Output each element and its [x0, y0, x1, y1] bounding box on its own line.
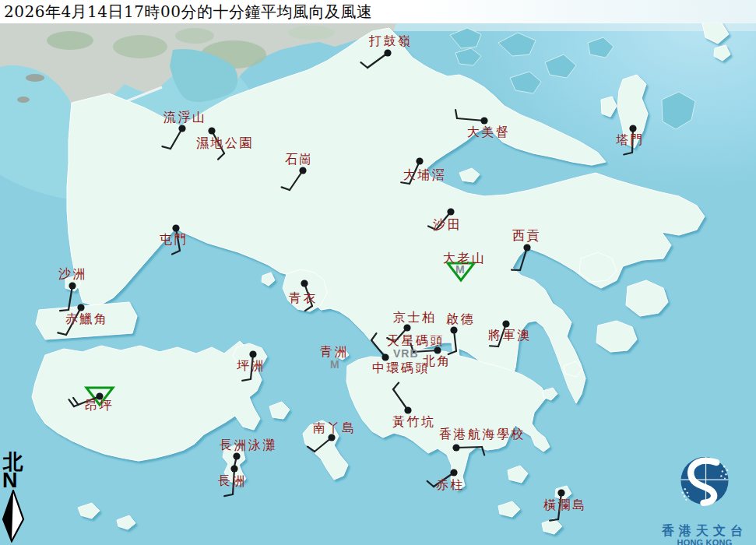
station-label: 打鼓嶺: [369, 35, 413, 48]
station-label: 天星碼頭: [387, 335, 445, 348]
station-label: 大美督: [467, 126, 511, 139]
station-label: 啟德: [446, 313, 475, 326]
north-arrow-icon: [2, 490, 26, 543]
station-label: 大埔滘: [403, 169, 447, 182]
station-label: 香港航海學校: [439, 428, 526, 441]
station-label: 南丫島: [313, 422, 357, 435]
north-compass: 北 N: [2, 452, 33, 545]
station-label: 坪洲: [237, 360, 265, 373]
station-label: 黃竹坑: [392, 416, 436, 429]
hko-logo: 香港天文台 HONG KONG OBSERVATORY: [654, 455, 755, 545]
station-label: 石崗: [285, 153, 314, 167]
station-label: 長洲: [218, 475, 247, 488]
station-label: 流浮山: [164, 111, 207, 125]
station-label: 濕地公園: [196, 137, 254, 150]
station-label: 屯門: [160, 234, 188, 247]
station-label: 青衣: [289, 292, 318, 305]
station-label: 赤柱: [436, 479, 465, 492]
station-label: 沙田: [433, 219, 462, 232]
station-label: 赤鱲角: [65, 313, 109, 326]
hko-name-en: HONG KONG OBSERVATORY: [654, 538, 755, 545]
station-label: 大老山: [443, 252, 487, 265]
map-title: 2026年4月14日17時00分的十分鐘平均風向及風速: [0, 0, 756, 23]
station-label: 中環碼頭: [372, 362, 430, 375]
station-label: 西貢: [512, 230, 541, 243]
station-label: 橫瀾島: [543, 499, 587, 512]
hong-kong-map: [0, 0, 756, 545]
north-label-en: N: [2, 472, 33, 490]
hko-logo-icon: [669, 455, 740, 520]
station-label: 塔門: [616, 134, 645, 147]
station-label: 京士柏: [393, 311, 437, 325]
hko-name-zh: 香港天文台: [654, 524, 755, 538]
station-label: 將軍澳: [488, 329, 532, 343]
station-label: 昂坪: [85, 399, 114, 413]
no-data-marker: M: [330, 358, 340, 371]
station-label: 長洲泳灘: [220, 439, 277, 452]
station-label: 青洲: [320, 346, 349, 359]
wind-map-page: 打鼓嶺流浮山濕地公園石崗大美督塔門大埔滘沙田西貢大老山M屯門沙洲赤鱲角青衣京士柏…: [0, 0, 756, 545]
no-data-marker: VRB: [393, 347, 419, 360]
station-label: 沙洲: [58, 268, 87, 281]
